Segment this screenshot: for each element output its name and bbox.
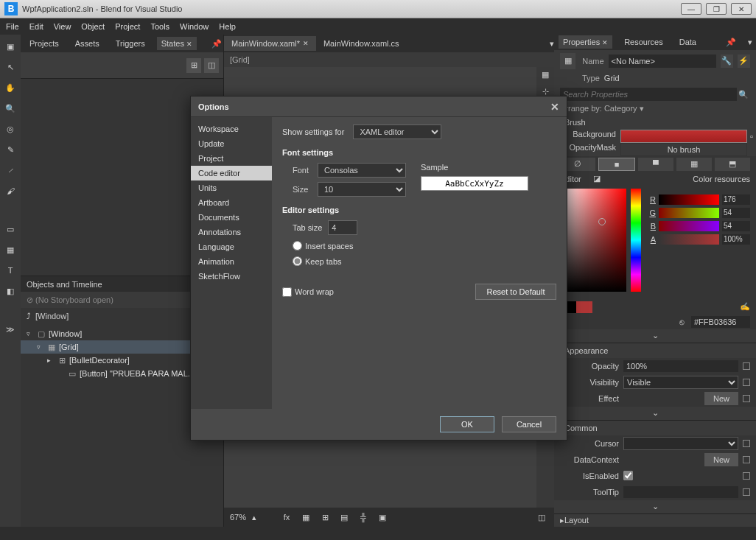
color-dropper-icon[interactable]: ⎋ bbox=[676, 317, 687, 327]
text-tool-icon[interactable]: T bbox=[4, 264, 16, 276]
boundaries-icon[interactable]: ▣ bbox=[376, 511, 389, 524]
expand-chevron-icon[interactable]: ⌄ bbox=[554, 329, 756, 343]
font-select[interactable]: Consolas bbox=[318, 163, 406, 178]
new-datacontext-button[interactable]: New bbox=[704, 453, 738, 466]
breadcrumb[interactable]: [Grid] bbox=[224, 52, 554, 67]
expand-chevron-icon[interactable]: ⌄ bbox=[554, 407, 756, 420]
direct-select-tool-icon[interactable]: ↖ bbox=[4, 61, 16, 73]
menu-file[interactable]: File bbox=[6, 22, 19, 31]
split-view-icon[interactable]: ◫ bbox=[535, 511, 548, 524]
add-state-icon[interactable]: ◫ bbox=[204, 58, 219, 73]
layout-tool-icon[interactable]: ▦ bbox=[4, 244, 16, 256]
cursor-select[interactable] bbox=[623, 437, 738, 450]
visibility-select[interactable]: Visible bbox=[623, 376, 738, 389]
file-tab[interactable]: MainWindow.xaml*✕ bbox=[224, 36, 316, 51]
hue-slider[interactable] bbox=[631, 189, 641, 292]
menu-project[interactable]: Project bbox=[115, 22, 140, 31]
grid-snap-icon[interactable]: ▦ bbox=[542, 70, 549, 80]
property-marker-icon[interactable] bbox=[743, 379, 750, 386]
gradient-brush-tab[interactable]: ▀ bbox=[638, 158, 673, 171]
add-state-group-icon[interactable]: ⊞ bbox=[186, 58, 201, 73]
sidebar-item-language[interactable]: Language bbox=[191, 239, 272, 254]
menu-tools[interactable]: Tools bbox=[150, 22, 169, 31]
sidebar-item-code-editor[interactable]: Code editor bbox=[191, 166, 272, 180]
sidebar-item-sketchflow[interactable]: SketchFlow bbox=[191, 269, 272, 284]
zoom-tool-icon[interactable]: 🔍 bbox=[4, 102, 16, 114]
ok-button[interactable]: OK bbox=[440, 416, 494, 432]
resource-brush-tab[interactable]: ⬒ bbox=[715, 158, 750, 171]
tab-triggers[interactable]: Triggers bbox=[111, 37, 150, 50]
property-marker-icon[interactable] bbox=[743, 395, 750, 402]
eyedropper-icon[interactable]: ✍ bbox=[740, 302, 750, 312]
sidebar-item-animation[interactable]: Animation bbox=[191, 254, 272, 269]
events-view-icon[interactable]: ⚡ bbox=[738, 55, 750, 68]
size-select[interactable]: 10 bbox=[318, 182, 406, 197]
section-header[interactable]: Appearance bbox=[564, 346, 608, 355]
menu-object[interactable]: Object bbox=[81, 22, 105, 31]
sidebar-item-update[interactable]: Update bbox=[191, 136, 272, 151]
properties-view-icon[interactable]: 🔧 bbox=[721, 55, 733, 68]
maximize-button[interactable]: ❐ bbox=[706, 3, 727, 15]
dialog-close-icon[interactable]: ✕ bbox=[550, 101, 559, 113]
tab-states[interactable]: States✕ bbox=[157, 37, 197, 50]
sidebar-item-artboard[interactable]: Artboard bbox=[191, 195, 272, 210]
isenabled-checkbox[interactable] bbox=[623, 471, 633, 480]
layout-section-header[interactable]: ▸ Layout bbox=[554, 514, 756, 527]
menu-edit[interactable]: Edit bbox=[29, 22, 43, 31]
property-marker-icon[interactable] bbox=[743, 440, 750, 447]
property-marker-icon[interactable] bbox=[743, 472, 750, 480]
property-marker-icon[interactable] bbox=[743, 362, 750, 370]
cancel-button[interactable]: Cancel bbox=[502, 416, 556, 432]
arrange-by[interactable]: Arrange by: Category ▾ bbox=[554, 102, 756, 114]
search-input[interactable] bbox=[560, 88, 737, 101]
brush-tool-icon[interactable]: ✎ bbox=[4, 144, 16, 155]
paint-tool-icon[interactable]: 🖌 bbox=[4, 185, 16, 197]
tab-projects[interactable]: Projects bbox=[25, 37, 63, 50]
name-input[interactable] bbox=[609, 55, 716, 68]
menu-help[interactable]: Help bbox=[219, 22, 236, 31]
color-swatch[interactable] bbox=[576, 301, 592, 313]
keep-tabs-radio[interactable] bbox=[293, 256, 302, 266]
pan-tool-icon[interactable]: ✋ bbox=[4, 82, 16, 94]
r-slider[interactable] bbox=[659, 194, 719, 205]
sidebar-item-units[interactable]: Units bbox=[191, 180, 272, 195]
pin-icon[interactable]: 📌 bbox=[211, 38, 222, 49]
eyedropper-tool-icon[interactable]: ⟋ bbox=[4, 164, 16, 176]
tab-properties[interactable]: Properties✕ bbox=[559, 35, 612, 49]
scope-up-icon[interactable]: ⤴ bbox=[27, 312, 31, 320]
grid-view-icon[interactable]: ▦ bbox=[299, 511, 312, 524]
selection-tool-icon[interactable]: ▣ bbox=[4, 41, 16, 52]
zoom-level[interactable]: 67% bbox=[230, 513, 246, 522]
minimize-button[interactable]: — bbox=[681, 3, 701, 15]
show-settings-select[interactable]: XAML editor bbox=[353, 125, 441, 139]
search-icon[interactable]: 🔍 bbox=[737, 90, 750, 99]
property-marker-icon[interactable] bbox=[743, 456, 750, 463]
color-cursor[interactable] bbox=[598, 218, 606, 225]
tab-data[interactable]: Data bbox=[675, 35, 701, 49]
word-wrap-checkbox[interactable] bbox=[282, 287, 292, 297]
effects-icon[interactable]: fx bbox=[280, 511, 293, 524]
g-input[interactable] bbox=[722, 208, 750, 218]
b-slider[interactable] bbox=[659, 221, 719, 231]
sidebar-item-documents[interactable]: Documents bbox=[191, 210, 272, 225]
section-header[interactable]: Common bbox=[564, 424, 598, 432]
property-marker-icon[interactable] bbox=[743, 488, 750, 496]
reset-button[interactable]: Reset to Default bbox=[475, 284, 556, 300]
a-slider[interactable] bbox=[659, 234, 719, 245]
r-input[interactable] bbox=[722, 194, 750, 205]
rectangle-tool-icon[interactable]: ▭ bbox=[4, 223, 16, 235]
tile-brush-tab[interactable]: ▦ bbox=[676, 158, 712, 171]
expand-chevron-icon[interactable]: ⌄ bbox=[554, 500, 756, 513]
pin-icon[interactable]: 📌 bbox=[725, 36, 737, 48]
tab-resources[interactable]: Resources bbox=[620, 35, 668, 49]
g-slider[interactable] bbox=[659, 208, 719, 218]
new-effect-button[interactable]: New bbox=[704, 392, 738, 405]
a-input[interactable] bbox=[722, 234, 750, 245]
opacity-input[interactable] bbox=[623, 360, 738, 372]
section-header[interactable]: ▿ Brush bbox=[554, 115, 756, 130]
hex-input[interactable] bbox=[691, 316, 750, 328]
saturation-value-picker[interactable] bbox=[560, 189, 626, 292]
property-marker-icon[interactable]: ▫ bbox=[747, 130, 756, 143]
close-button[interactable]: ✕ bbox=[731, 3, 752, 15]
file-tab[interactable]: MainWindow.xaml.cs bbox=[316, 36, 407, 51]
